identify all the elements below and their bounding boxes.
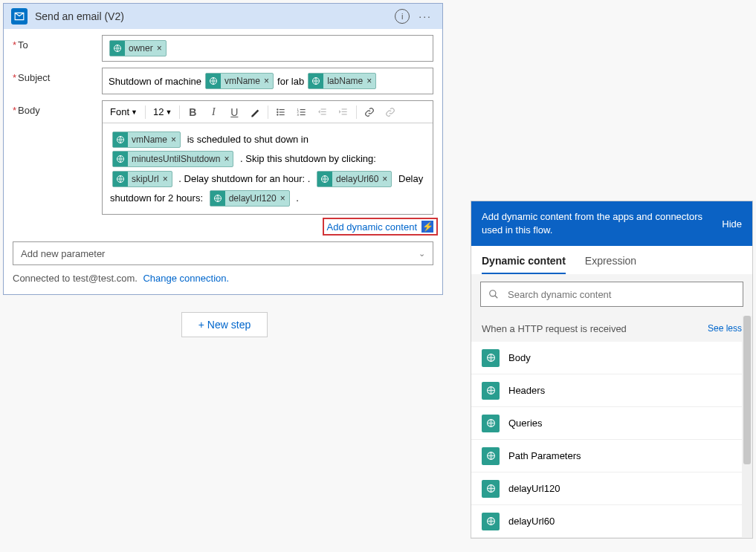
svg-rect-10 [300,111,306,112]
new-step-button[interactable]: + New step [181,312,268,337]
body-editor[interactable]: vmName× is scheduled to shut down in min… [103,123,433,214]
search-input[interactable] [506,288,735,301]
content-item-path-parameters[interactable]: Path Parameters [471,440,752,473]
dynamic-content-panel: Add dynamic content from the apps and co… [471,201,753,539]
underline-button[interactable]: U [226,104,242,120]
content-list: When a HTTP request is received See less… [471,316,752,538]
token-labname[interactable]: labName× [308,73,376,89]
http-icon [308,74,323,88]
svg-rect-15 [321,108,326,109]
more-icon[interactable]: ··· [416,10,435,22]
content-item-headers[interactable]: Headers [471,374,752,407]
card-title: Send an email (V2) [35,10,395,22]
token-remove-icon[interactable]: × [157,43,162,53]
http-icon [482,513,500,530]
svg-rect-6 [280,111,285,112]
token-owner[interactable]: owner × [109,40,167,56]
italic-button[interactable]: I [205,104,222,120]
token-remove-icon[interactable]: × [224,149,229,169]
bold-button[interactable]: B [184,104,201,120]
svg-rect-8 [280,114,285,114]
svg-point-5 [277,111,278,112]
hide-panel-link[interactable]: Hide [714,218,742,230]
svg-point-26 [490,290,496,296]
body-row: *Body Font▼ 12▼ B I U 123 vm [4,94,442,215]
http-icon [482,382,500,400]
token-vmname[interactable]: vmName× [112,131,181,148]
token-remove-icon[interactable]: × [366,76,372,86]
search-icon [488,289,499,299]
email-action-card: Send an email (V2) i ··· *To owner × *Su… [3,3,443,295]
body-label: *Body [13,100,102,116]
svg-rect-17 [321,114,326,114]
panel-header: Add dynamic content from the apps and co… [471,201,752,246]
content-item-delayurl120[interactable]: delayUrl120 [471,473,752,505]
svg-line-27 [495,296,498,299]
search-input-wrap [480,282,743,307]
subject-label: *Subject [13,68,102,83]
content-item-queries[interactable]: Queries [471,407,752,440]
subject-field[interactable]: Shutdown of machine vmName× for lab labN… [102,68,433,94]
token-vmname[interactable]: vmName× [205,73,274,89]
body-field: Font▼ 12▼ B I U 123 vmName× is scheduled [102,100,433,215]
outdent-button[interactable] [314,104,331,120]
http-icon [482,480,500,498]
to-field[interactable]: owner × [102,35,433,62]
http-icon [113,172,128,186]
token-remove-icon[interactable]: × [163,169,168,189]
http-icon [317,172,332,186]
http-icon [113,152,128,166]
tab-dynamic-content[interactable]: Dynamic content [482,255,566,274]
svg-rect-16 [321,111,326,111]
token-remove-icon[interactable]: × [280,189,285,208]
http-icon [482,447,500,465]
outlook-icon [11,8,28,25]
content-item-delayurl60[interactable]: delayUrl60 [471,505,752,538]
http-icon [482,415,500,432]
svg-rect-18 [342,108,347,109]
http-icon [210,191,225,206]
svg-rect-20 [342,114,347,114]
add-dynamic-content-link[interactable]: Add dynamic content [327,221,417,233]
to-label: *To [13,35,102,51]
token-delay120[interactable]: delayUrl120× [210,190,290,207]
unlink-button[interactable] [382,104,398,120]
see-less-link[interactable]: See less [708,323,742,334]
token-delay60[interactable]: delayUrl60× [317,171,392,187]
chevron-down-icon: ⌄ [419,249,425,259]
link-button[interactable] [361,104,378,120]
scroll-thumb[interactable] [743,316,751,464]
svg-point-3 [277,108,278,110]
tab-expression[interactable]: Expression [585,255,636,274]
rte-toolbar: Font▼ 12▼ B I U 123 [103,101,433,123]
svg-rect-19 [342,111,347,111]
add-parameter-select[interactable]: Add new parameter ⌄ [13,241,433,265]
indent-button[interactable] [335,104,352,120]
http-icon [113,132,128,147]
card-header: Send an email (V2) i ··· [4,4,442,29]
token-remove-icon[interactable]: × [264,76,269,86]
scrollbar[interactable] [742,316,752,538]
bullets-button[interactable] [273,104,289,120]
token-label: owner [129,43,153,53]
font-select[interactable]: Font▼ [107,106,140,117]
subject-row: *Subject Shutdown of machine vmName× for… [4,62,442,94]
http-icon [206,74,221,88]
size-select[interactable]: 12▼ [150,106,175,117]
plus-icon[interactable]: ⚡ [421,221,433,233]
content-item-body[interactable]: Body [471,342,752,374]
token-skipurl[interactable]: skipUrl× [112,171,172,187]
token-remove-icon[interactable]: × [171,130,176,149]
dynamic-content-row: Add dynamic content ⚡ [4,215,442,237]
info-icon[interactable]: i [395,9,410,24]
http-icon [482,349,500,367]
http-icon [110,41,125,56]
token-minutes[interactable]: minutesUntilShutdown× [112,151,233,167]
color-button[interactable] [247,104,263,120]
svg-rect-4 [280,108,285,109]
token-remove-icon[interactable]: × [382,169,387,189]
change-connection-link[interactable]: Change connection. [143,273,229,284]
connection-footer: Connected to test@test.com. Change conne… [4,265,442,294]
svg-point-7 [277,114,278,115]
numbering-button[interactable]: 123 [294,104,310,120]
